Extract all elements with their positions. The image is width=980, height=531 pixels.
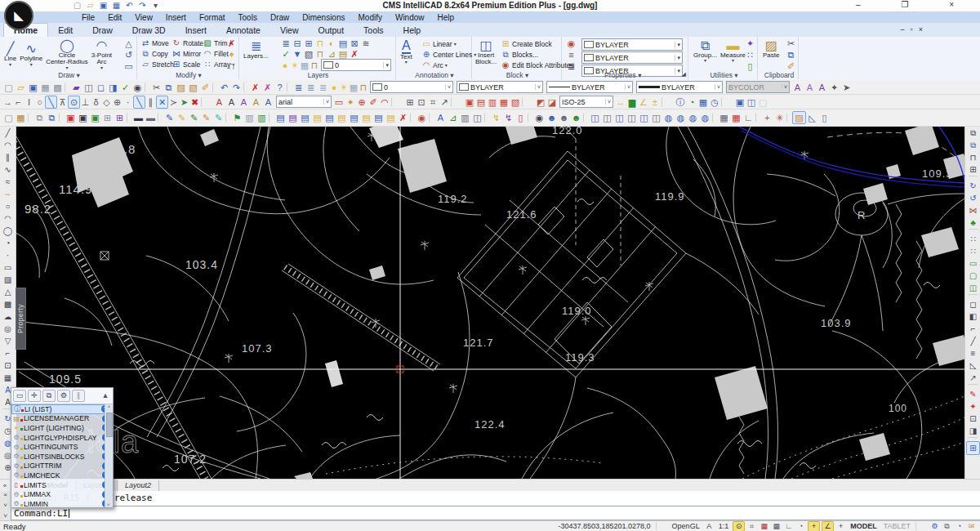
- rectangle-icon[interactable]: ▭: [122, 60, 135, 72]
- grid-icon[interactable]: ▦: [718, 112, 730, 123]
- camera-icon[interactable]: ▬: [132, 112, 145, 123]
- ribbon-draw-button[interactable]: ◠3-Point Arc▾: [90, 38, 114, 71]
- layer-copy-icon[interactable]: ▧: [303, 48, 314, 60]
- extend-icon[interactable]: ▢: [967, 270, 979, 282]
- mirror3d-icon[interactable]: ♣: [967, 216, 979, 229]
- pointer-icon[interactable]: ➤: [840, 82, 853, 93]
- ribbon-tab[interactable]: Output: [309, 24, 354, 37]
- command-suggestion-item[interactable]: ⚙ LIMCHECK ?: [11, 471, 113, 480]
- text-blue-icon[interactable]: A: [262, 96, 274, 108]
- expand-cmd-button[interactable]: ˅: [1, 502, 10, 510]
- new-icon[interactable]: ▢: [2, 82, 15, 93]
- array-icon[interactable]: ∷: [967, 233, 979, 245]
- dim-aligned-icon[interactable]: ⊡: [416, 96, 427, 108]
- pencil-yellow-icon[interactable]: ✎: [176, 112, 188, 123]
- layers-group-label[interactable]: Layers: [241, 71, 395, 79]
- measure-area-icon[interactable]: ▆: [626, 96, 638, 108]
- crosshair-toggle-icon[interactable]: +: [808, 521, 820, 531]
- draworder-below-icon[interactable]: ✐: [368, 96, 379, 108]
- measure-angle-icon[interactable]: ∠: [638, 96, 649, 108]
- section-icon[interactable]: ◧: [967, 310, 979, 323]
- snap-parallel-icon[interactable]: ∥: [145, 96, 156, 108]
- menu-item[interactable]: Insert: [159, 13, 193, 22]
- annotative-style-icon[interactable]: A: [816, 82, 828, 93]
- unlock-icon[interactable]: ⊓: [225, 60, 238, 72]
- view-top-icon[interactable]: ◫: [589, 112, 601, 123]
- property-panel-tab[interactable]: Property: [16, 288, 26, 350]
- view-back-icon[interactable]: ◫: [650, 112, 662, 123]
- point-id-icon[interactable]: ▯: [744, 60, 756, 72]
- dim-ordinate-icon[interactable]: ▥: [487, 96, 498, 108]
- command-history[interactable]: ion: R15 ( release: [11, 491, 980, 506]
- block-group-label[interactable]: Block ▾: [474, 71, 561, 79]
- ortho-icon[interactable]: ∟: [742, 112, 755, 123]
- copy-clip-icon[interactable]: ⧉: [785, 49, 797, 60]
- table-icon[interactable]: ▦: [2, 372, 14, 384]
- view-bottom-icon[interactable]: ◫: [601, 112, 613, 123]
- view-manager-icon[interactable]: ◫: [746, 96, 757, 108]
- layer-tool-2-icon[interactable]: ▤: [287, 112, 299, 123]
- text-style-combo[interactable]: arial˅: [276, 96, 332, 108]
- offset-icon[interactable]: ≡: [967, 347, 979, 359]
- layer-tool-10-icon[interactable]: ▤: [385, 112, 397, 123]
- menu-item[interactable]: Help: [431, 13, 461, 22]
- region-icon[interactable]: ⊡: [2, 359, 14, 372]
- block-button[interactable]: ◉Edit Block Attributes: [501, 60, 574, 70]
- explode-icon[interactable]: ✦: [967, 400, 979, 413]
- dim-edit-icon[interactable]: ◩: [535, 96, 546, 108]
- dim-baseline-icon[interactable]: ▣: [464, 96, 475, 108]
- view-sw-icon[interactable]: ◍: [662, 112, 675, 123]
- expand-cmd2-button[interactable]: ˅: [1, 512, 10, 520]
- layer-tool-6-icon[interactable]: ▤: [336, 112, 348, 123]
- open-partial-icon[interactable]: ▢: [2, 112, 15, 123]
- print-view-icon[interactable]: ◫: [471, 112, 483, 123]
- field-icon[interactable]: ⓘ: [675, 96, 686, 108]
- scale-icon[interactable]: ⊞: [967, 163, 979, 176]
- angle-toggle-icon[interactable]: ∠: [822, 521, 834, 531]
- command-suggestion-item[interactable]: ⓘ LI (LIST) ?: [11, 404, 113, 414]
- close-cmd-button[interactable]: ×: [1, 491, 10, 499]
- text-purple-icon[interactable]: A: [238, 96, 250, 108]
- polygon-icon[interactable]: △: [122, 38, 135, 49]
- command-suggestion-item[interactable]: ● LIGHT (LIGHTING) ?: [11, 423, 113, 433]
- walk-icon[interactable]: ☻: [546, 112, 558, 123]
- snap-quadrant-icon[interactable]: ◇: [101, 96, 112, 108]
- redo-icon[interactable]: ↷: [137, 1, 148, 11]
- layer-thaw-icon[interactable]: ☀: [290, 60, 300, 71]
- menu-item[interactable]: Edit: [101, 13, 128, 22]
- snap-from-icon[interactable]: ⌐: [13, 96, 24, 108]
- erase-icon[interactable]: ✗: [225, 38, 238, 49]
- rotate-ccw-icon[interactable]: ↺: [967, 192, 979, 204]
- minimize-button[interactable]: –: [856, 0, 861, 9]
- scroll-down-icon[interactable]: ˅: [107, 502, 110, 507]
- copy-icon[interactable]: ⧉: [967, 127, 979, 139]
- view-se-icon[interactable]: ◍: [675, 112, 687, 123]
- menu-item[interactable]: Draw: [264, 13, 296, 22]
- layer-bulb-icon[interactable]: ◐: [326, 38, 337, 49]
- tablet-toggle[interactable]: TABLET: [881, 522, 913, 531]
- ortho-toggle-icon[interactable]: ∟: [783, 522, 794, 531]
- popup-window-icon[interactable]: ⧉: [42, 390, 56, 402]
- dim-text-edit-icon[interactable]: ◪: [546, 96, 558, 108]
- dim-linear-icon[interactable]: ⊞: [404, 96, 416, 108]
- double-line-icon[interactable]: ∥: [2, 151, 14, 163]
- layer-lock-icon[interactable]: ⊓: [314, 38, 326, 49]
- command-suggestion-item[interactable]: ⚙ LIGHTINGUNITS ?: [11, 442, 113, 452]
- window-arrange-icon[interactable]: ⧉: [942, 522, 952, 531]
- annotation-group-label[interactable]: Annotation ▾: [398, 71, 471, 79]
- ucs-world-icon[interactable]: ✳: [773, 112, 786, 123]
- utilities-group-label[interactable]: Utilities ▾: [691, 71, 757, 79]
- ribbon-tab[interactable]: Tools: [354, 24, 394, 37]
- wireframe-icon[interactable]: ▯: [818, 112, 831, 123]
- popup-flask-icon[interactable]: ▲: [100, 390, 111, 401]
- griddot-toggle-icon[interactable]: ▦: [759, 522, 769, 531]
- chamfer-icon[interactable]: ╱: [967, 335, 979, 347]
- wipeout-icon[interactable]: ▽: [2, 335, 14, 347]
- annotation-button[interactable]: ◠Arc▾: [421, 60, 476, 70]
- view-ne-icon[interactable]: ◍: [687, 112, 699, 123]
- ungroup-icon[interactable]: ◨: [967, 425, 979, 437]
- layer-previous-icon[interactable]: ≣: [305, 82, 317, 93]
- layer-walk-icon[interactable]: ▤: [337, 38, 349, 49]
- copy-green-icon[interactable]: ▣: [89, 112, 101, 123]
- ribbon-tab[interactable]: Annotate: [216, 24, 270, 37]
